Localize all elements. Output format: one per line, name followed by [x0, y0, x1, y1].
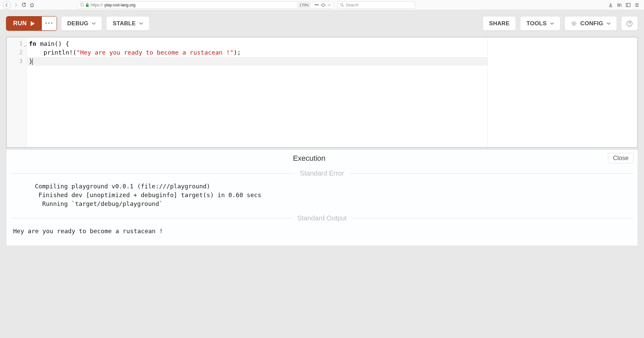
svg-point-1	[341, 3, 343, 6]
browser-chrome: ⓘ https://play.rust-lang.org 170% ••• ☆ …	[0, 0, 644, 10]
gear-icon	[571, 21, 577, 27]
menu-icon[interactable]	[635, 3, 639, 7]
output-header: Execution Close	[10, 153, 634, 163]
stdout-content: Hey are you ready to become a rustacean …	[10, 227, 634, 236]
page-body: RUN ••• DEBUG STABLE SHARE TOOLS	[0, 10, 644, 252]
chevron-down-icon	[139, 22, 143, 25]
stderr-content: Compiling playground v0.0.1 (file:///pla…	[10, 182, 634, 208]
output-title: Execution	[10, 154, 608, 163]
svg-line-2	[343, 6, 344, 7]
url-bar[interactable]: ⓘ https://play.rust-lang.org 170% ••• ☆	[78, 1, 334, 9]
chevron-down-icon	[607, 22, 611, 25]
share-label: SHARE	[489, 20, 510, 27]
zoom-badge[interactable]: 170%	[297, 2, 311, 8]
editor-right-margin	[487, 37, 637, 147]
run-button-group: RUN •••	[6, 16, 57, 31]
back-button[interactable]	[3, 1, 11, 9]
output-panel: Execution Close Standard Error Compiling…	[6, 149, 638, 246]
info-icon: ⓘ	[80, 2, 84, 8]
code-line: fn main() {	[27, 39, 487, 48]
share-button[interactable]: SHARE	[483, 16, 516, 31]
svg-line-15	[572, 25, 573, 26]
url-prefix: https://	[91, 3, 103, 7]
svg-point-8	[573, 23, 575, 25]
stable-label: STABLE	[113, 20, 136, 27]
playground-toolbar: RUN ••• DEBUG STABLE SHARE TOOLS	[6, 16, 638, 31]
sidebar-icon[interactable]	[626, 3, 631, 7]
config-label: CONFIG	[580, 20, 603, 27]
bookmark-star-icon[interactable]: ☆	[328, 3, 331, 7]
search-placeholder: Search	[346, 3, 359, 7]
config-dropdown[interactable]: CONFIG	[564, 16, 617, 31]
lock-icon	[86, 3, 89, 7]
forward-button[interactable]	[13, 2, 19, 8]
line-number: 3	[7, 57, 27, 66]
code-area[interactable]: fn main() { println!("Hey are you ready …	[27, 37, 487, 147]
help-icon	[626, 20, 633, 27]
stderr-heading: Standard Error	[10, 170, 634, 177]
code-line: }	[27, 57, 487, 66]
tools-label: TOOLS	[526, 20, 547, 27]
download-icon[interactable]	[608, 3, 613, 7]
svg-line-13	[572, 22, 573, 22]
svg-rect-0	[86, 5, 89, 7]
reader-icon[interactable]	[321, 3, 326, 7]
run-label: RUN	[13, 20, 27, 27]
reload-button[interactable]	[21, 2, 27, 8]
url-host: play.rust-lang.org	[104, 3, 135, 7]
svg-line-16	[575, 22, 576, 22]
chevron-down-icon	[92, 22, 96, 25]
chevron-down-icon	[550, 22, 554, 25]
close-output-button[interactable]: Close	[608, 153, 634, 163]
text-cursor	[32, 58, 33, 65]
code-line: println!("Hey are you ready to become a …	[27, 48, 487, 57]
line-gutter: 1▾ 2 3	[7, 37, 27, 147]
run-button[interactable]: RUN	[6, 17, 42, 30]
browser-search-input[interactable]: Search	[338, 1, 415, 9]
debug-label: DEBUG	[67, 20, 89, 27]
run-more-button[interactable]: •••	[42, 17, 57, 30]
stdout-heading: Standard Output	[10, 214, 634, 222]
tools-dropdown[interactable]: TOOLS	[520, 16, 560, 31]
more-icon[interactable]: •••	[314, 3, 319, 7]
svg-line-14	[575, 25, 576, 26]
svg-rect-3	[626, 3, 630, 7]
channel-dropdown[interactable]: STABLE	[106, 16, 150, 31]
line-number: 2	[7, 48, 27, 57]
line-number: 1▾	[7, 39, 27, 48]
debug-dropdown[interactable]: DEBUG	[61, 16, 102, 31]
search-icon	[340, 3, 344, 7]
play-icon	[30, 21, 35, 26]
home-button[interactable]	[29, 2, 35, 8]
help-button[interactable]	[621, 16, 638, 31]
svg-point-18	[629, 25, 630, 25]
library-icon[interactable]	[617, 3, 622, 7]
code-editor[interactable]: 1▾ 2 3 fn main() { println!("Hey are you…	[6, 37, 638, 148]
